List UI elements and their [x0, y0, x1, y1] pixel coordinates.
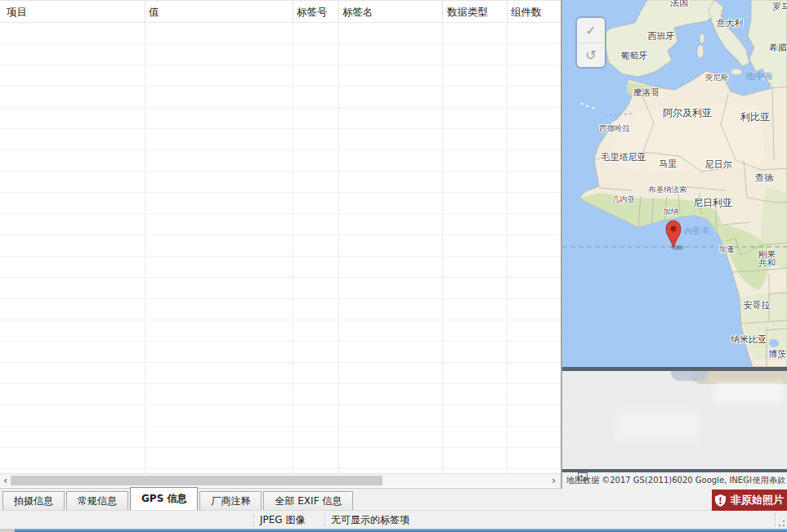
column-header-tag-number[interactable]: 标签号: [297, 1, 328, 23]
tab-bar: 拍摄信息 常规信息 GPS 信息 厂商注释 全部 EXIF 信息: [0, 488, 787, 510]
exif-viewer-window: 项目 值 标签号 标签名 数据类型 组件数 ‹ ›: [0, 0, 787, 532]
column-divider[interactable]: [507, 1, 508, 23]
tab-maker-notes[interactable]: 厂商注释: [199, 491, 262, 510]
column-header-data-type[interactable]: 数据类型: [447, 1, 488, 23]
column-divider[interactable]: [145, 1, 145, 23]
exif-table: 项目 值 标签号 标签名 数据类型 组件数 ‹ ›: [0, 0, 561, 488]
blurred-watermark: [714, 382, 783, 403]
window-bottom-edge: [0, 529, 787, 532]
map-attribution-bar: 地图数据 ©2017 GS(2011)6020 Google, INEGI 使用…: [562, 472, 787, 489]
scrollbar-thumb[interactable]: [11, 476, 382, 485]
column-gridline: [507, 23, 508, 473]
column-header-components[interactable]: 组件数: [511, 1, 542, 23]
non-original-photo-badge[interactable]: 非原始照片: [712, 490, 787, 511]
exif-table-header: 项目 值 标签号 标签名 数据类型 组件数: [0, 1, 561, 23]
statusbar-divider: [324, 513, 325, 527]
scroll-right-icon[interactable]: ›: [548, 474, 559, 487]
status-message: 无可显示的标签项: [331, 511, 409, 530]
column-header-item[interactable]: 项目: [7, 1, 27, 23]
warning-badge-label: 非原始照片: [731, 493, 784, 507]
column-gridline: [338, 23, 339, 473]
gps-map-panel: 法国 罗马 意大利 西班牙 葡萄牙 希腊 突尼斯 地中海 摩洛哥 阿尔及利亚 利…: [561, 0, 787, 489]
column-divider[interactable]: [338, 1, 339, 23]
resize-grip[interactable]: [776, 517, 785, 527]
column-gridline: [442, 23, 443, 473]
checkmark-icon: ✓: [585, 23, 596, 38]
file-type-status: JPEG 图像: [260, 511, 305, 530]
blurred-watermark: [616, 412, 698, 440]
column-header-tag-name[interactable]: 标签名: [342, 1, 373, 23]
tab-all-exif-info[interactable]: 全部 EXIF 信息: [263, 491, 353, 510]
shield-warning-icon: [715, 494, 726, 507]
map-tile-fragment: [671, 371, 709, 381]
column-gridline: [293, 23, 293, 473]
window-bottom-corner: [0, 529, 15, 532]
confirm-button[interactable]: ✓: [577, 18, 605, 42]
column-divider[interactable]: [442, 1, 443, 23]
tab-general-info[interactable]: 常规信息: [66, 491, 128, 510]
tab-gps-info[interactable]: GPS 信息: [130, 487, 198, 510]
tab-strip: 拍摄信息 常规信息 GPS 信息 厂商注释 全部 EXIF 信息: [2, 487, 355, 510]
reset-rotate-button[interactable]: ↺: [577, 42, 605, 67]
column-gridline: [145, 23, 145, 473]
scroll-left-icon[interactable]: ‹: [0, 474, 11, 487]
status-bar: JPEG 图像 无可显示的标签项: [0, 510, 787, 529]
streetview-panel-empty: [562, 371, 787, 469]
tab-shooting-info[interactable]: 拍摄信息: [2, 491, 65, 510]
terms-of-use-link[interactable]: 使用条款: [746, 475, 785, 486]
exif-table-body-empty: [0, 23, 561, 473]
map-viewport[interactable]: 法国 罗马 意大利 西班牙 葡萄牙 希腊 突尼斯 地中海 摩洛哥 阿尔及利亚 利…: [562, 0, 787, 367]
column-divider[interactable]: [293, 1, 293, 23]
rotate-left-icon: ↺: [585, 47, 596, 63]
map-attribution-text: 地图数据 ©2017 GS(2011)6020 Google, INEGI: [566, 475, 752, 486]
horizontal-scrollbar[interactable]: ‹ ›: [0, 473, 561, 487]
map-control-group: ✓ ↺: [575, 16, 606, 69]
statusbar-divider: [253, 513, 254, 527]
column-header-value[interactable]: 值: [149, 1, 159, 23]
